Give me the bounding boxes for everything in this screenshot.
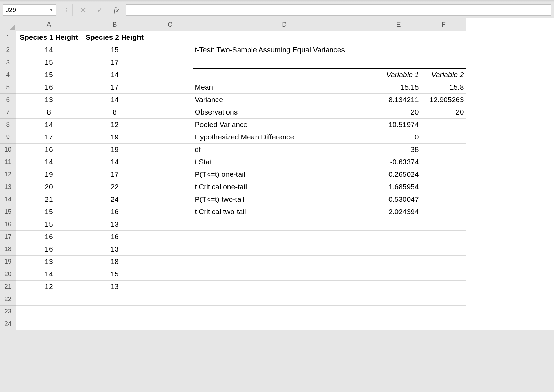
row-header[interactable]: 6 (0, 93, 16, 106)
cell-C11[interactable] (148, 156, 193, 168)
select-all-corner[interactable] (0, 18, 16, 31)
cell-A12[interactable]: 19 (16, 168, 82, 181)
cell-C13[interactable] (148, 181, 193, 193)
cell-B16[interactable]: 13 (82, 218, 148, 230)
row-header[interactable]: 14 (0, 193, 16, 206)
cell-A1[interactable]: Species 1 Height (16, 31, 82, 44)
row-header[interactable]: 19 (0, 255, 16, 268)
cell-F2[interactable] (421, 44, 466, 56)
cell-A11[interactable]: 14 (16, 156, 82, 168)
row-header[interactable]: 2 (0, 44, 16, 56)
row-header[interactable]: 10 (0, 143, 16, 156)
cell-D23[interactable] (193, 305, 376, 318)
cell-B22[interactable] (82, 293, 148, 305)
cell-B5[interactable]: 17 (82, 81, 148, 93)
cell-E14[interactable]: 0.530047 (376, 193, 421, 206)
cell-A20[interactable]: 14 (16, 268, 82, 280)
cell-D11[interactable]: t Stat (193, 156, 376, 168)
column-header[interactable]: B (82, 18, 148, 31)
row-header[interactable]: 5 (0, 81, 16, 93)
row-header[interactable]: 22 (0, 293, 16, 305)
cell-C19[interactable] (148, 255, 193, 268)
cell-A8[interactable]: 14 (16, 118, 82, 131)
cell-B20[interactable]: 15 (82, 268, 148, 280)
cell-C8[interactable] (148, 118, 193, 131)
cell-B21[interactable]: 13 (82, 280, 148, 293)
cell-C1[interactable] (148, 31, 193, 44)
cell-F21[interactable] (421, 280, 466, 293)
cell-A24[interactable] (16, 318, 82, 330)
cell-A17[interactable]: 16 (16, 230, 82, 243)
cell-A13[interactable]: 20 (16, 181, 82, 193)
cell-E16[interactable] (376, 218, 421, 230)
cell-C23[interactable] (148, 305, 193, 318)
column-header[interactable]: F (421, 18, 466, 31)
cell-D15[interactable]: t Critical two-tail (193, 206, 376, 218)
cell-C24[interactable] (148, 318, 193, 330)
cell-C12[interactable] (148, 168, 193, 181)
cell-B12[interactable]: 17 (82, 168, 148, 181)
cell-A7[interactable]: 8 (16, 106, 82, 118)
row-header[interactable]: 9 (0, 131, 16, 143)
cell-C6[interactable] (148, 93, 193, 106)
name-box[interactable]: J29 ▼ (3, 4, 56, 16)
cell-B8[interactable]: 12 (82, 118, 148, 131)
cell-D21[interactable] (193, 280, 376, 293)
cell-D4[interactable] (193, 69, 376, 81)
cell-D1[interactable] (193, 31, 376, 44)
cell-E21[interactable] (376, 280, 421, 293)
cell-F11[interactable] (421, 156, 466, 168)
cell-A9[interactable]: 17 (16, 131, 82, 143)
cell-F13[interactable] (421, 181, 466, 193)
cell-F23[interactable] (421, 305, 466, 318)
cell-B10[interactable]: 19 (82, 143, 148, 156)
row-header[interactable]: 16 (0, 218, 16, 230)
row-header[interactable]: 3 (0, 56, 16, 69)
cell-E5[interactable]: 15.15 (376, 81, 421, 93)
cell-A2[interactable]: 14 (16, 44, 82, 56)
row-header[interactable]: 1 (0, 31, 16, 44)
cell-B17[interactable]: 16 (82, 230, 148, 243)
column-header[interactable]: D (193, 18, 376, 31)
cell-F17[interactable] (421, 230, 466, 243)
cell-D19[interactable] (193, 255, 376, 268)
cell-E8[interactable]: 10.51974 (376, 118, 421, 131)
cell-A16[interactable]: 15 (16, 218, 82, 230)
row-header[interactable]: 21 (0, 280, 16, 293)
cell-F4[interactable]: Variable 2 (421, 69, 466, 81)
cell-C15[interactable] (148, 206, 193, 218)
cell-D14[interactable]: P(T<=t) two-tail (193, 193, 376, 206)
cell-B18[interactable]: 13 (82, 243, 148, 255)
row-header[interactable]: 18 (0, 243, 16, 255)
cell-B9[interactable]: 19 (82, 131, 148, 143)
cell-B11[interactable]: 14 (82, 156, 148, 168)
cell-D10[interactable]: df (193, 143, 376, 156)
cell-B13[interactable]: 22 (82, 181, 148, 193)
cell-B1[interactable]: Species 2 Height (82, 31, 148, 44)
cell-E2[interactable] (376, 44, 421, 56)
cell-D7[interactable]: Observations (193, 106, 376, 118)
cell-C18[interactable] (148, 243, 193, 255)
cell-F14[interactable] (421, 193, 466, 206)
cell-A10[interactable]: 16 (16, 143, 82, 156)
cell-D13[interactable]: t Critical one-tail (193, 181, 376, 193)
spreadsheet-grid[interactable]: A B C D E F 1Species 1 HeightSpecies 2 H… (0, 18, 466, 330)
cell-F7[interactable]: 20 (421, 106, 466, 118)
cell-E6[interactable]: 8.134211 (376, 93, 421, 106)
cell-F12[interactable] (421, 168, 466, 181)
cell-C7[interactable] (148, 106, 193, 118)
cell-B3[interactable]: 17 (82, 56, 148, 69)
cell-D24[interactable] (193, 318, 376, 330)
cell-D5[interactable]: Mean (193, 81, 376, 93)
cell-B7[interactable]: 8 (82, 106, 148, 118)
cell-E1[interactable] (376, 31, 421, 44)
cell-D2[interactable]: t-Test: Two-Sample Assuming Equal Varian… (193, 44, 376, 56)
cell-B2[interactable]: 15 (82, 44, 148, 56)
cell-C20[interactable] (148, 268, 193, 280)
cell-C9[interactable] (148, 131, 193, 143)
cell-A21[interactable]: 12 (16, 280, 82, 293)
row-header[interactable]: 8 (0, 118, 16, 131)
cell-D16[interactable] (193, 218, 376, 230)
row-header[interactable]: 13 (0, 181, 16, 193)
cell-D17[interactable] (193, 230, 376, 243)
